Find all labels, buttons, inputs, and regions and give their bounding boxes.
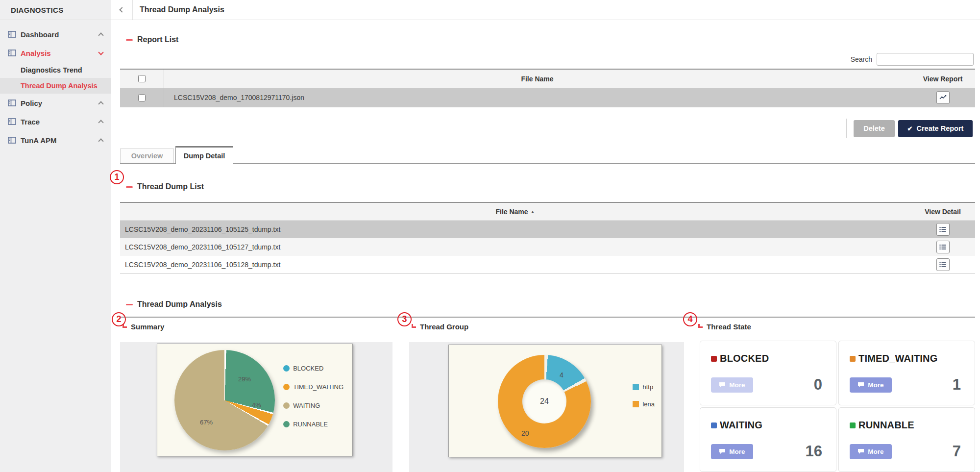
legend-label: WAITING	[293, 402, 320, 409]
sidebar-item-diagnostics-trend[interactable]: Diagnostics Trend	[0, 62, 111, 78]
file-name-sort-header[interactable]: File Name ▲	[120, 203, 910, 220]
dump-table-row[interactable]: LCSC15V208_demo_20231106_105125_tdump.tx…	[120, 221, 975, 238]
check-icon: ✔	[907, 125, 913, 132]
legend-label: http	[642, 383, 653, 391]
state-value: 7	[953, 443, 964, 460]
sidebar-item-label: Trace	[21, 118, 99, 126]
tab-dump-detail[interactable]: Dump Detail	[175, 146, 233, 164]
legend-swatch	[633, 401, 639, 407]
search-label: Search	[851, 55, 872, 63]
sidebar-title: DIAGNOSTICS	[0, 0, 111, 20]
search-row: Search	[851, 53, 974, 66]
chevron-up-icon	[98, 138, 103, 144]
state-value: 16	[806, 443, 825, 460]
thread-dump-list-heading-label: Thread Dump List	[137, 182, 204, 191]
state-bullet	[711, 422, 717, 428]
legend-swatch	[283, 402, 290, 409]
summary-heading-label: Summary	[131, 323, 164, 331]
sidebar-item-label: Analysis	[21, 49, 99, 57]
list-icon	[939, 226, 946, 232]
panel-icon	[8, 50, 16, 56]
sort-asc-icon: ▲	[531, 209, 535, 214]
state-card-blocked: BLOCKED More 0	[700, 341, 836, 405]
report-list-heading-label: Report List	[137, 35, 178, 44]
chevron-up-icon	[98, 32, 103, 38]
red-dash-icon	[126, 304, 133, 305]
more-button-runnable[interactable]: More	[850, 444, 892, 459]
thread-state-heading-label: Thread State	[707, 323, 751, 331]
red-corner-icon	[698, 324, 703, 328]
legend-item-blocked: BLOCKED	[283, 365, 343, 372]
chevron-up-icon	[98, 120, 103, 125]
more-label: More	[729, 381, 745, 389]
state-bullet	[850, 356, 856, 362]
legend-swatch	[283, 384, 290, 390]
state-label: WAITING	[720, 420, 762, 431]
summary-legend: BLOCKED TIMED_WAITING WAITING RUNNABLE	[283, 365, 343, 428]
pie-slice-label-timed-waiting: 4%	[252, 401, 261, 409]
create-report-label: Create Report	[917, 124, 964, 132]
sidebar-item-analysis[interactable]: Analysis	[0, 44, 111, 62]
sidebar-item-label: TunA APM	[21, 136, 99, 145]
annotation-circle-3: 3	[397, 312, 412, 326]
dump-file-name: LCSC15V208_demo_20231106_105128_tdump.tx…	[120, 261, 910, 269]
thread-group-chart-box: 4 20 24 http lena	[448, 345, 662, 457]
thread-dump-list-heading: Thread Dump List	[126, 182, 204, 191]
search-input[interactable]	[877, 53, 974, 66]
dump-table-row[interactable]: LCSC15V208_demo_20231106_105128_tdump.tx…	[120, 256, 975, 273]
state-label: TIMED_WAITING	[858, 353, 938, 364]
tab-overview[interactable]: Overview	[120, 149, 174, 163]
panel-icon	[8, 31, 16, 38]
sidebar-item-label: Diagnostics Trend	[21, 66, 82, 74]
more-button-waiting[interactable]: More	[711, 444, 753, 459]
view-detail-button[interactable]	[936, 258, 950, 271]
delete-button[interactable]: Delete	[854, 120, 895, 137]
panel-icon	[8, 137, 16, 144]
dump-table-header: File Name ▲ View Detail	[120, 203, 975, 221]
view-detail-button[interactable]	[936, 223, 950, 236]
legend-item-waiting: WAITING	[283, 402, 343, 409]
panel-icon	[8, 99, 16, 106]
more-button-blocked[interactable]: More	[711, 377, 753, 393]
report-table-row[interactable]: LCSC15V208_demo_1700812971170.json	[120, 88, 975, 107]
sidebar-item-tuna-apm[interactable]: TunA APM	[0, 131, 111, 149]
state-card-waiting: WAITING More 16	[700, 407, 836, 472]
legend-item-runnable: RUNNABLE	[283, 421, 343, 428]
thread-group-panel: 4 20 24 http lena	[409, 342, 684, 472]
annotation-circle-1: 1	[110, 170, 124, 184]
more-label: More	[729, 448, 745, 455]
legend-label: TIMED_WAITING	[293, 383, 343, 391]
view-detail-button[interactable]	[936, 241, 950, 253]
legend-label: BLOCKED	[293, 365, 323, 372]
pie-slice-label-runnable: 29%	[238, 375, 251, 383]
report-list-table: File Name View Report LCSC15V208_demo_17…	[120, 69, 975, 107]
dump-file-name: LCSC15V208_demo_20231106_105125_tdump.tx…	[120, 225, 910, 233]
annotation-circle-4: 4	[683, 312, 697, 326]
create-report-button[interactable]: ✔ Create Report	[898, 120, 973, 137]
summary-pie-chart: 29% 4% 67%	[174, 350, 275, 450]
back-button[interactable]	[111, 0, 133, 20]
section-divider	[120, 317, 975, 318]
sidebar-item-policy[interactable]: Policy	[0, 94, 111, 112]
thread-group-donut-chart: 4 20 24	[498, 355, 591, 448]
select-all-checkbox[interactable]	[138, 75, 146, 82]
thread-group-legend: http lena	[633, 383, 655, 408]
more-button-timed-waiting[interactable]: More	[850, 377, 892, 393]
view-detail-header: View Detail	[910, 203, 975, 220]
speech-bubble-icon	[858, 448, 864, 454]
sidebar-item-dashboard[interactable]: Dashboard	[0, 25, 111, 44]
dump-table-row[interactable]: LCSC15V208_demo_20231106_105127_tdump.tx…	[120, 238, 975, 256]
file-name-header[interactable]: File Name	[164, 70, 910, 88]
speech-bubble-icon	[719, 448, 726, 454]
sidebar-item-trace[interactable]: Trace	[0, 112, 111, 131]
legend-item-timed-waiting: TIMED_WAITING	[283, 383, 343, 391]
donut-slice-label-lena: 20	[521, 429, 529, 437]
sidebar-item-label: Thread Dump Analysis	[21, 82, 98, 90]
row-checkbox[interactable]	[138, 94, 146, 101]
state-label: RUNNABLE	[858, 420, 914, 431]
sidebar-item-thread-dump-analysis[interactable]: Thread Dump Analysis	[0, 78, 111, 94]
state-label: BLOCKED	[720, 353, 769, 364]
sidebar-item-label: Dashboard	[21, 30, 99, 39]
list-icon	[939, 262, 946, 268]
view-report-button[interactable]	[936, 91, 950, 104]
